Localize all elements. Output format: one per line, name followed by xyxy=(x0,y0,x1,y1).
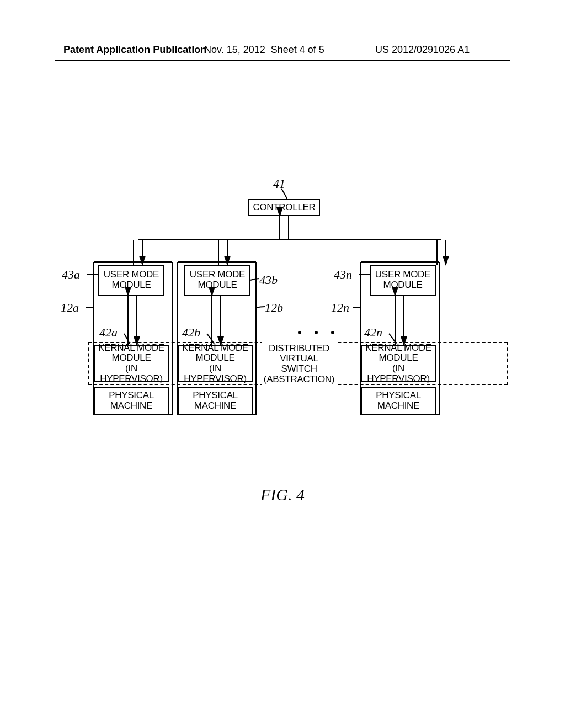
kernel-mode-module-b: KERNAL MODE MODULE (IN HYPERVISOR) xyxy=(178,345,253,382)
header-sheet: Sheet 4 of 5 xyxy=(271,44,324,55)
kernel-n-l3: (IN HYPERVISOR) xyxy=(362,363,435,384)
ref-43b: 43b xyxy=(259,273,278,287)
kernel-b-l2: MODULE xyxy=(196,353,235,363)
kernel-n-l2: MODULE xyxy=(379,353,418,363)
dvs-l4: (ABSTRACTION) xyxy=(264,374,334,385)
user-mode-b-l1: USER MODE xyxy=(190,270,245,280)
user-mode-a-l1: USER MODE xyxy=(104,270,159,280)
phys-b-l2: MACHINE xyxy=(194,401,236,411)
dvs-l3: SWITCH xyxy=(281,364,317,374)
distributed-virtual-switch-box: DISTRIBUTED VIRTUAL SWITCH (ABSTRACTION) xyxy=(262,339,337,389)
user-mode-module-n: USER MODE MODULE xyxy=(370,265,436,296)
kernel-n-l1: KERNAL MODE xyxy=(365,343,431,354)
phys-b-l1: PHYSICAL xyxy=(193,390,238,401)
phys-n-l1: PHYSICAL xyxy=(376,390,421,401)
phys-a-l2: MACHINE xyxy=(110,401,152,411)
ref-42a: 42a xyxy=(99,325,118,340)
dvs-l2: VIRTUAL xyxy=(280,354,318,364)
controller-box: CONTROLLER xyxy=(248,199,320,216)
user-mode-n-l1: USER MODE xyxy=(375,270,430,280)
controller-text: CONTROLLER xyxy=(253,202,315,213)
phys-n-l2: MACHINE xyxy=(377,401,419,411)
ellipsis-dot xyxy=(331,331,334,334)
ref-43a: 43a xyxy=(62,267,80,282)
kernel-a-l2: MODULE xyxy=(112,353,151,363)
physical-machine-n: PHYSICAL MACHINE xyxy=(361,387,436,415)
diagram: CONTROLLER 41 USER MODE MODULE 43a 12a 4… xyxy=(55,176,510,507)
ref-43n: 43n xyxy=(334,267,352,282)
dvs-l1: DISTRIBUTED xyxy=(269,344,329,354)
kernel-b-l3: (IN HYPERVISOR) xyxy=(179,363,252,384)
kernel-mode-module-a: KERNAL MODE MODULE (IN HYPERVISOR) xyxy=(94,345,169,382)
user-mode-a-l2: MODULE xyxy=(112,280,151,291)
user-mode-b-l2: MODULE xyxy=(198,280,237,291)
ref-42b: 42b xyxy=(182,325,200,340)
ref-42n: 42n xyxy=(364,325,382,340)
header-publication: Patent Application Publication xyxy=(63,44,206,56)
user-mode-n-l2: MODULE xyxy=(383,280,423,291)
header-docnum: US 2012/0291026 A1 xyxy=(375,44,470,56)
ref-12n: 12n xyxy=(331,301,349,315)
physical-machine-a: PHYSICAL MACHINE xyxy=(94,387,169,415)
ref-12a: 12a xyxy=(61,301,79,315)
user-mode-module-a: USER MODE MODULE xyxy=(98,265,164,296)
physical-machine-b: PHYSICAL MACHINE xyxy=(178,387,253,415)
kernel-b-l1: KERNAL MODE xyxy=(182,343,248,354)
figure-caption: FIG. 4 xyxy=(0,485,565,504)
header-rule xyxy=(55,60,510,61)
kernel-mode-module-n: KERNAL MODE MODULE (IN HYPERVISOR) xyxy=(361,345,436,382)
ellipsis-dot xyxy=(298,331,301,334)
phys-a-l1: PHYSICAL xyxy=(109,390,154,401)
ref-12b: 12b xyxy=(265,301,283,315)
ellipsis-dot xyxy=(315,331,318,334)
user-mode-module-b: USER MODE MODULE xyxy=(184,265,250,296)
header-date-sheet: Nov. 15, 2012 Sheet 4 of 5 xyxy=(204,44,324,56)
header-date: Nov. 15, 2012 xyxy=(204,44,265,55)
kernel-a-l1: KERNAL MODE xyxy=(98,343,164,354)
controller-ref-label: 41 xyxy=(273,176,285,191)
kernel-a-l3: (IN HYPERVISOR) xyxy=(95,363,168,384)
